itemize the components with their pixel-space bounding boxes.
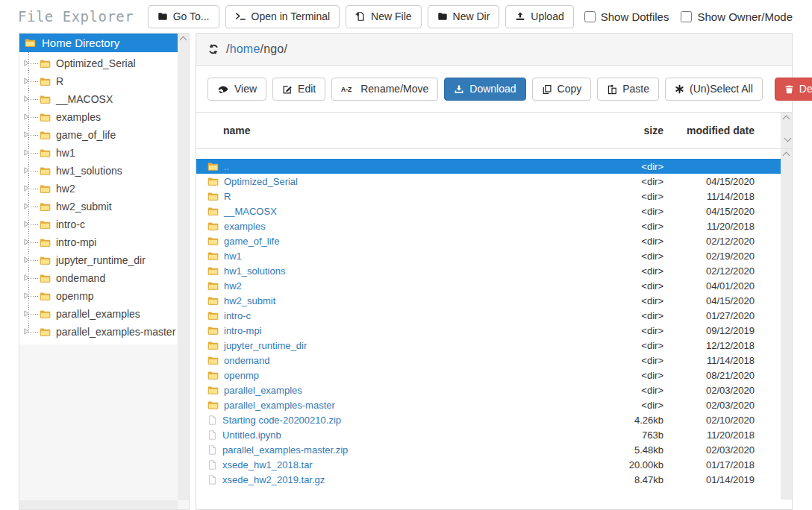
file-name-link[interactable]: xsede_hw1_2018.tar [222, 459, 313, 470]
sidebar-item-game-of-life[interactable]: game_of_life [19, 126, 178, 144]
sidebar-item-optimized-serial[interactable]: Optimized_Serial [19, 54, 178, 72]
sidebar-item-ondemand[interactable]: ondemand [19, 269, 178, 287]
table-row[interactable]: .. <dir> [196, 159, 781, 174]
column-header-size[interactable]: size [596, 125, 663, 136]
column-header-modified-date[interactable]: modified date [663, 125, 755, 136]
table-row[interactable]: examples <dir> 11/20/2018 [196, 218, 781, 233]
table-row[interactable]: Starting code-20200210.zip 4.26kb 02/10/… [196, 412, 781, 427]
expander-icon[interactable] [24, 256, 29, 263]
unselect-all-button[interactable]: (Un)Select All [665, 78, 763, 101]
expander-icon[interactable] [24, 113, 29, 120]
table-row[interactable]: __MACOSX <dir> 04/15/2020 [196, 204, 781, 218]
file-name-link[interactable]: xsede_hw2_2019.tar.gz [222, 474, 325, 485]
paste-button[interactable]: Paste [597, 78, 659, 101]
file-name-link[interactable]: jupyter_runtime_dir [224, 340, 307, 351]
file-name-link[interactable]: parallel_examples [224, 385, 302, 396]
table-row[interactable]: jupyter_runtime_dir <dir> 12/12/2018 [196, 338, 781, 353]
table-row[interactable]: hw2_submit <dir> 04/15/2020 [196, 293, 781, 308]
file-name-link[interactable]: hw2_submit [224, 295, 275, 306]
table-row[interactable]: xsede_hw1_2018.tar 20.00kb 01/17/2018 [196, 457, 781, 472]
view-button[interactable]: View [207, 78, 266, 101]
file-name-link[interactable]: openmp [224, 370, 259, 381]
new-file-button[interactable]: New File [346, 5, 421, 28]
file-name-link[interactable]: .. [224, 161, 229, 172]
copy-button[interactable]: Copy [532, 78, 592, 101]
table-row[interactable]: hw1 <dir> 02/19/2020 [196, 248, 781, 263]
expander-icon[interactable] [24, 149, 29, 156]
file-name-link[interactable]: intro-c [224, 310, 251, 321]
sidebar-item-intro-mpi[interactable]: intro-mpi [19, 233, 178, 251]
sidebar-item-r[interactable]: R [19, 72, 178, 90]
sidebar-item-hw1[interactable]: hw1 [19, 144, 178, 162]
expander-icon[interactable] [24, 203, 29, 210]
delete-button[interactable]: Delete [775, 78, 812, 101]
sidebar-item-macosx[interactable]: __MACOSX [19, 90, 178, 108]
sidebar-item-examples[interactable]: examples [19, 108, 178, 126]
sidebar-item-openmp[interactable]: openmp [19, 287, 178, 305]
file-name-link[interactable]: parallel_examples-master.zip [222, 444, 348, 456]
edit-button[interactable]: Edit [272, 78, 325, 101]
body-scrollbar[interactable] [781, 149, 792, 500]
table-row[interactable]: game_of_life <dir> 02/12/2020 [196, 233, 781, 248]
show-owner-mode-checkbox-label[interactable]: Show Owner/Mode [681, 10, 793, 23]
file-name-link[interactable]: R [224, 191, 231, 202]
expander-icon[interactable] [24, 292, 29, 299]
show-owner-mode-checkbox[interactable] [681, 11, 692, 22]
sidebar-item-jupyter-runtime-dir[interactable]: jupyter_runtime_dir [19, 251, 178, 269]
file-name-link[interactable]: intro-mpi [224, 325, 262, 336]
expander-icon[interactable] [24, 328, 29, 335]
expander-icon[interactable] [24, 274, 29, 281]
file-name-link[interactable]: hw1_solutions [224, 265, 285, 277]
expander-icon[interactable] [24, 239, 29, 245]
column-header-name[interactable]: name [196, 125, 596, 136]
table-row[interactable]: parallel_examples-master <dir> 02/03/202… [196, 397, 781, 412]
file-name-link[interactable]: parallel_examples-master [224, 400, 335, 411]
expander-icon[interactable] [24, 167, 29, 174]
rename-move-button[interactable]: A-Z Rename/Move [331, 78, 438, 101]
file-name-link[interactable]: hw2 [224, 280, 242, 292]
sidebar-item-parallel-examples-master[interactable]: parallel_examples-master [19, 323, 178, 341]
table-row[interactable]: Optimized_Serial <dir> 04/15/2020 [196, 174, 781, 189]
sidebar-horizontal-scrollbar[interactable] [19, 500, 178, 509]
header-scrollbar[interactable] [781, 113, 792, 148]
file-name-link[interactable]: hw1 [224, 251, 242, 262]
breadcrumb-link[interactable]: home [230, 42, 260, 55]
table-row[interactable]: intro-mpi <dir> 09/12/2019 [196, 323, 781, 338]
go-to-button[interactable]: Go To... [148, 5, 219, 28]
expander-icon[interactable] [24, 60, 29, 66]
table-row[interactable]: hw1_solutions <dir> 02/12/2020 [196, 263, 781, 278]
table-row[interactable]: Untitled.ipynb 763b 11/20/2018 [196, 427, 781, 442]
table-row[interactable]: R <dir> 11/14/2018 [196, 189, 781, 204]
sidebar-vertical-scrollbar[interactable] [178, 34, 189, 500]
download-button[interactable]: Download [444, 78, 525, 101]
show-dotfiles-checkbox[interactable] [584, 11, 596, 22]
open-in-terminal-button[interactable]: Open in Terminal [225, 5, 340, 28]
sidebar-item-hw1-solutions[interactable]: hw1_solutions [19, 162, 178, 180]
show-dotfiles-checkbox-label[interactable]: Show Dotfiles [584, 10, 669, 23]
table-row[interactable]: parallel_examples-master.zip 5.48kb 02/0… [196, 442, 781, 457]
file-name-link[interactable]: __MACOSX [224, 206, 277, 217]
expander-icon[interactable] [24, 310, 29, 317]
table-row[interactable]: xsede_hw2_2019.tar.gz 8.47kb 01/14/2019 [196, 472, 781, 487]
table-row[interactable]: openmp <dir> 08/21/2020 [196, 368, 781, 382]
sidebar-item-hw2-submit[interactable]: hw2_submit [19, 198, 178, 215]
sidebar-item-home-directory[interactable]: Home Directory [19, 34, 178, 52]
upload-button[interactable]: Upload [505, 5, 573, 28]
file-name-link[interactable]: Starting code-20200210.zip [222, 415, 341, 426]
sidebar-item-parallel-examples[interactable]: parallel_examples [19, 305, 178, 323]
expander-icon[interactable] [24, 78, 29, 84]
expander-icon[interactable] [24, 95, 29, 102]
file-name-link[interactable]: Untitled.ipynb [222, 429, 281, 441]
file-name-link[interactable]: game_of_life [224, 236, 279, 247]
expander-icon[interactable] [24, 131, 29, 138]
table-row[interactable]: ondemand <dir> 11/14/2018 [196, 353, 781, 368]
expander-icon[interactable] [24, 221, 29, 227]
refresh-icon[interactable] [207, 43, 219, 55]
sidebar-item-intro-c[interactable]: intro-c [19, 215, 178, 233]
expander-icon[interactable] [24, 185, 29, 192]
file-name-link[interactable]: examples [224, 221, 266, 232]
table-row[interactable]: parallel_examples <dir> 02/03/2020 [196, 382, 781, 397]
table-row[interactable]: hw2 <dir> 04/01/2020 [196, 278, 781, 293]
file-name-link[interactable]: ondemand [224, 355, 269, 366]
new-dir-button[interactable]: New Dir [428, 5, 500, 28]
